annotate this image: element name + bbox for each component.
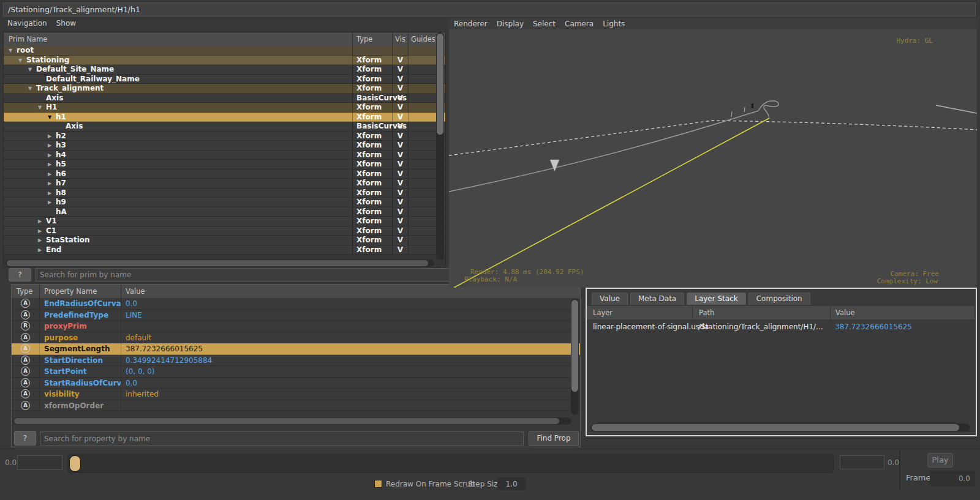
menu-item-navigation[interactable]: Navigation: [7, 19, 47, 28]
prim-vis[interactable]: [392, 46, 408, 55]
prim-name[interactable]: h9: [56, 198, 352, 207]
tab-composition[interactable]: Composition: [748, 293, 810, 305]
column-path[interactable]: Path: [692, 306, 830, 319]
prim-name[interactable]: h8: [56, 188, 352, 198]
tree-row[interactable]: ▼ h1 Xform V: [4, 113, 445, 122]
prim-vis[interactable]: V: [392, 113, 408, 122]
prim-vis[interactable]: V: [392, 160, 408, 169]
property-row[interactable]: A xformOpOrder: [12, 400, 580, 412]
property-vscroll-thumb[interactable]: [571, 300, 578, 392]
tree-row[interactable]: ▶ StaStation Xform V: [4, 236, 445, 245]
property-name[interactable]: StartRadiusOfCurvature: [39, 378, 121, 389]
expander-icon[interactable]: ▼: [9, 46, 17, 55]
property-row[interactable]: A EndRadiusOfCurvature 0.0: [12, 298, 580, 310]
prim-vis[interactable]: V: [392, 170, 408, 179]
layer-path[interactable]: /Stationing/Track_alignment/H1/...: [692, 319, 830, 334]
prim-vis[interactable]: V: [392, 226, 408, 236]
prim-vis[interactable]: V: [392, 217, 408, 226]
property-row[interactable]: A visibility inherited: [12, 389, 580, 400]
tree-row[interactable]: ▼ H1 Xform V: [4, 103, 445, 113]
prim-name[interactable]: h4: [56, 151, 352, 160]
menu-item-show[interactable]: Show: [56, 19, 76, 28]
column-layer[interactable]: Layer: [587, 306, 692, 319]
tree-horizontal-scrollbar[interactable]: [6, 259, 434, 267]
prim-vis[interactable]: V: [392, 141, 408, 150]
tree-row[interactable]: ▶ h5 Xform V: [4, 160, 445, 170]
tree-row[interactable]: ▶ h6 Xform V: [4, 170, 445, 179]
tree-row[interactable]: ▶ h9 Xform V: [4, 198, 445, 207]
prim-vis[interactable]: V: [392, 84, 408, 93]
prim-vis[interactable]: V: [392, 65, 408, 74]
frame-range-start-input[interactable]: [17, 455, 62, 470]
expander-icon[interactable]: ▼: [28, 84, 36, 93]
prim-name[interactable]: h6: [56, 170, 352, 179]
prim-name[interactable]: Track_alignment: [36, 84, 352, 93]
prim-name[interactable]: Default_Railway_Name: [46, 75, 352, 84]
menu-item-camera[interactable]: Camera: [565, 20, 594, 28]
property-value[interactable]: 0.0: [121, 378, 580, 389]
tab-layer-stack[interactable]: Layer Stack: [687, 293, 746, 305]
prim-name[interactable]: H1: [46, 103, 352, 112]
tree-row[interactable]: ▶ h4 Xform V: [4, 151, 445, 160]
property-value[interactable]: (0, 0, 0): [121, 366, 580, 377]
prim-vis[interactable]: V: [392, 94, 408, 103]
prim-vis[interactable]: V: [392, 245, 408, 255]
expander-icon[interactable]: ▶: [48, 160, 56, 169]
property-value[interactable]: 387.7232666015625: [121, 343, 580, 354]
expander-icon[interactable]: ▶: [38, 236, 46, 245]
prim-name[interactable]: StaStation: [46, 236, 352, 245]
frame-input[interactable]: [930, 471, 975, 487]
tree-row[interactable]: Default_Railway_Name Xform V: [4, 75, 445, 84]
find-prop-button[interactable]: Find Prop: [529, 431, 579, 446]
property-value[interactable]: 0.34992414712905884: [121, 355, 580, 366]
column-prop-name[interactable]: Property Name: [39, 285, 121, 298]
frame-range-end-input[interactable]: [840, 455, 884, 469]
column-prop-type[interactable]: Type: [12, 285, 39, 298]
expander-icon[interactable]: ▶: [48, 151, 56, 160]
tab-value[interactable]: Value: [592, 293, 628, 305]
column-type[interactable]: Type: [352, 32, 392, 46]
tree-vertical-scrollbar[interactable]: [436, 32, 444, 260]
property-name[interactable]: EndRadiusOfCurvature: [39, 298, 121, 309]
step-size-input[interactable]: [497, 477, 526, 490]
property-row[interactable]: A SegmentLength 387.7232666015625: [12, 343, 580, 355]
property-value[interactable]: default: [121, 332, 580, 343]
prim-vis[interactable]: V: [392, 188, 408, 198]
column-prim-name[interactable]: Prim Name: [4, 32, 352, 46]
property-name[interactable]: purpose: [39, 332, 121, 343]
prim-vis[interactable]: V: [392, 56, 408, 65]
inspector-hscroll-thumb[interactable]: [592, 424, 959, 431]
property-name[interactable]: visibility: [39, 389, 121, 400]
property-vertical-scrollbar[interactable]: [571, 299, 579, 415]
prim-name[interactable]: hA: [56, 207, 352, 217]
column-guides[interactable]: Guides: [408, 32, 436, 46]
tree-row[interactable]: ▼ Default_Site_Name Xform V: [4, 65, 445, 75]
prim-name[interactable]: h5: [56, 160, 352, 169]
expander-icon[interactable]: ▶: [48, 188, 56, 198]
prim-vis[interactable]: V: [392, 103, 408, 112]
tree-hscroll-thumb[interactable]: [7, 260, 428, 266]
prim-vis[interactable]: V: [392, 75, 408, 84]
column-vis[interactable]: Vis: [392, 32, 408, 46]
expander-icon[interactable]: ▼: [48, 113, 56, 122]
inspector-horizontal-scrollbar[interactable]: [590, 424, 970, 431]
prim-name[interactable]: Axis: [66, 122, 352, 131]
property-row[interactable]: A PredefinedType LINE: [12, 310, 580, 321]
property-row[interactable]: R proxyPrim: [12, 321, 580, 332]
property-name[interactable]: StartPoint: [39, 366, 121, 377]
tree-row[interactable]: ▶ h3 Xform V: [4, 141, 445, 151]
property-row[interactable]: A StartDirection 0.34992414712905884: [12, 355, 580, 367]
column-layer-value[interactable]: Value: [830, 306, 974, 319]
prim-name[interactable]: Stationing: [26, 56, 352, 65]
tree-row[interactable]: ▼ root: [4, 46, 445, 56]
prim-name[interactable]: End: [46, 245, 352, 255]
prim-name[interactable]: h2: [56, 132, 352, 141]
expander-icon[interactable]: ▶: [48, 179, 56, 188]
menu-item-display[interactable]: Display: [497, 20, 524, 28]
expander-icon[interactable]: [38, 75, 46, 84]
property-name[interactable]: PredefinedType: [39, 310, 121, 321]
property-name[interactable]: SegmentLength: [39, 343, 121, 354]
layer-value[interactable]: 387.7232666015625: [830, 319, 974, 334]
prop-search-input[interactable]: [40, 431, 524, 446]
property-value[interactable]: LINE: [121, 310, 580, 321]
